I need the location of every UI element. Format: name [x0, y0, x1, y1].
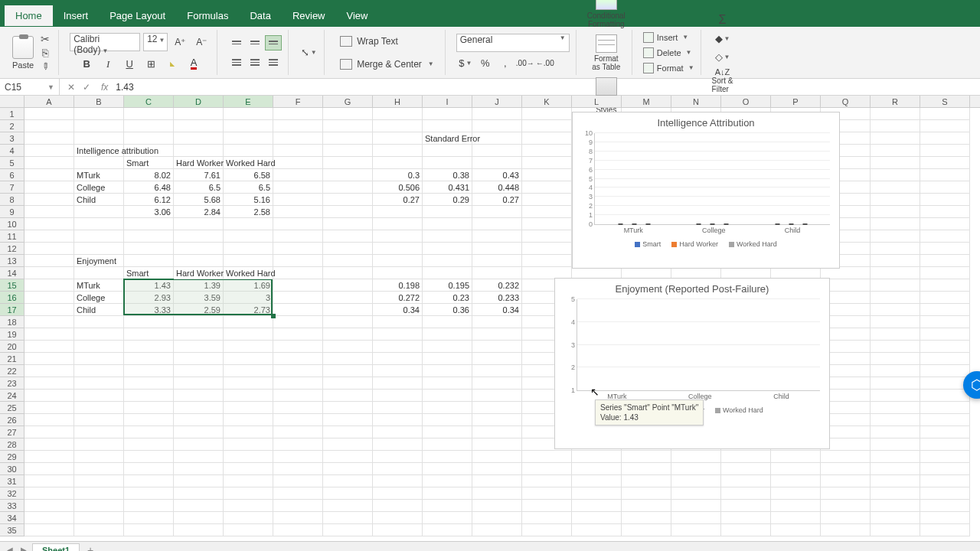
- cell-I8[interactable]: 0.29: [423, 194, 472, 206]
- cell-B6[interactable]: MTurk: [74, 169, 124, 181]
- cell-J16[interactable]: 0.233: [472, 292, 522, 304]
- row-header-31[interactable]: 31: [0, 475, 24, 487]
- prev-sheet-button[interactable]: ◀: [5, 546, 15, 551]
- align-top[interactable]: [228, 35, 245, 51]
- cell-H6[interactable]: 0.3: [373, 169, 423, 181]
- row-header-6[interactable]: 6: [0, 169, 24, 181]
- column-header-H[interactable]: H: [373, 96, 423, 107]
- row-header-21[interactable]: 21: [0, 353, 24, 365]
- row-header-9[interactable]: 9: [0, 206, 24, 218]
- tab-insert[interactable]: Insert: [53, 5, 100, 26]
- row-header-32[interactable]: 32: [0, 487, 24, 500]
- column-header-Q[interactable]: Q: [821, 96, 871, 107]
- conditional-formatting-button[interactable]: Conditional Formatting: [587, 0, 626, 28]
- column-header-S[interactable]: S: [920, 96, 970, 107]
- column-header-L[interactable]: L: [572, 96, 622, 107]
- cell-H7[interactable]: 0.506: [373, 181, 423, 194]
- column-header-R[interactable]: R: [871, 96, 920, 107]
- currency-button[interactable]: $▼: [456, 55, 475, 72]
- row-header-15[interactable]: 15: [0, 279, 24, 292]
- row-header-8[interactable]: 8: [0, 194, 24, 206]
- cell-C8[interactable]: 6.12: [124, 194, 174, 206]
- decrease-font-button[interactable]: [192, 34, 211, 51]
- paste-button[interactable]: Paste: [12, 36, 34, 70]
- row-header-20[interactable]: 20: [0, 341, 24, 353]
- cell-C7[interactable]: 6.48: [124, 181, 174, 194]
- cell-I16[interactable]: 0.23: [423, 292, 472, 304]
- font-name-select[interactable]: Calibri (Body)▼: [70, 33, 140, 51]
- align-left[interactable]: [228, 55, 245, 70]
- cell-D15[interactable]: 1.39: [174, 279, 224, 292]
- increase-font-button[interactable]: [171, 34, 189, 51]
- row-header-13[interactable]: 13: [0, 255, 24, 267]
- cell-D9[interactable]: 2.84: [174, 206, 224, 218]
- cell-E14[interactable]: Worked Hard: [224, 267, 273, 279]
- font-size-select[interactable]: 12▼: [143, 33, 168, 51]
- cell-D6[interactable]: 7.61: [174, 169, 224, 181]
- cell-I15[interactable]: 0.195: [423, 279, 472, 292]
- tab-review[interactable]: Review: [282, 5, 336, 26]
- cell-C9[interactable]: 3.06: [124, 206, 174, 218]
- percent-button[interactable]: %: [476, 55, 495, 72]
- borders-button[interactable]: [142, 56, 160, 73]
- align-center[interactable]: [247, 55, 263, 70]
- cell-H15[interactable]: 0.198: [373, 279, 423, 292]
- row-header-5[interactable]: 5: [0, 157, 24, 169]
- row-header-28[interactable]: 28: [0, 439, 24, 451]
- cell-E16[interactable]: 3: [224, 292, 273, 304]
- add-sheet-button[interactable]: +: [83, 544, 98, 552]
- comma-button[interactable]: ,: [496, 55, 514, 72]
- row-header-34[interactable]: 34: [0, 512, 24, 524]
- number-format-select[interactable]: General▼: [456, 34, 570, 52]
- row-header-29[interactable]: 29: [0, 451, 24, 463]
- cell-J7[interactable]: 0.448: [472, 181, 522, 194]
- row-header-7[interactable]: 7: [0, 181, 24, 194]
- cell-E9[interactable]: 2.58: [224, 206, 273, 218]
- row-header-26[interactable]: 26: [0, 414, 24, 426]
- cell-B7[interactable]: College: [74, 181, 124, 194]
- column-header-E[interactable]: E: [224, 96, 273, 107]
- format-painter-button[interactable]: [38, 61, 52, 72]
- cancel-formula-button[interactable]: ✕: [64, 82, 78, 93]
- cell-D7[interactable]: 6.5: [174, 181, 224, 194]
- row-header-33[interactable]: 33: [0, 500, 24, 512]
- cell-J17[interactable]: 0.34: [472, 304, 522, 316]
- cell-I6[interactable]: 0.38: [423, 169, 472, 181]
- font-color-button[interactable]: [185, 56, 203, 73]
- row-header-22[interactable]: 22: [0, 365, 24, 377]
- sheet-tab-sheet1[interactable]: Sheet1: [32, 543, 80, 551]
- row-header-19[interactable]: 19: [0, 328, 24, 341]
- fill-button[interactable]: ◆▼: [713, 30, 731, 47]
- cell-C15[interactable]: 1.43: [124, 279, 174, 292]
- cell-E15[interactable]: 1.69: [224, 279, 273, 292]
- column-header-D[interactable]: D: [174, 96, 224, 107]
- italic-button[interactable]: I: [99, 56, 117, 73]
- tab-data[interactable]: Data: [239, 5, 281, 26]
- bold-button[interactable]: B: [77, 56, 96, 73]
- row-header-24[interactable]: 24: [0, 390, 24, 402]
- tab-page-layout[interactable]: Page Layout: [99, 5, 176, 26]
- name-box[interactable]: C15 ▼: [0, 79, 60, 95]
- column-header-C[interactable]: C: [124, 96, 174, 107]
- cell-E17[interactable]: 2.73: [224, 304, 273, 316]
- row-header-23[interactable]: 23: [0, 377, 24, 390]
- column-header-N[interactable]: N: [671, 96, 721, 107]
- format-cells-button[interactable]: Format▼: [643, 61, 694, 75]
- cell-J6[interactable]: 0.43: [472, 169, 522, 181]
- align-bottom[interactable]: [265, 35, 282, 51]
- cell-E6[interactable]: 6.58: [224, 169, 273, 181]
- select-all-corner[interactable]: [0, 96, 24, 107]
- cell-I3[interactable]: Standard Error: [423, 132, 472, 145]
- column-header-O[interactable]: O: [721, 96, 771, 107]
- column-header-M[interactable]: M: [622, 96, 671, 107]
- column-header-F[interactable]: F: [273, 96, 323, 107]
- tab-formulas[interactable]: Formulas: [176, 5, 239, 26]
- cell-I17[interactable]: 0.36: [423, 304, 472, 316]
- row-header-25[interactable]: 25: [0, 402, 24, 414]
- column-header-P[interactable]: P: [771, 96, 821, 107]
- decrease-decimal-button[interactable]: ←.00: [536, 55, 554, 72]
- cell-J15[interactable]: 0.232: [472, 279, 522, 292]
- column-header-B[interactable]: B: [74, 96, 124, 107]
- tab-home[interactable]: Home: [5, 5, 53, 26]
- cell-H8[interactable]: 0.27: [373, 194, 423, 206]
